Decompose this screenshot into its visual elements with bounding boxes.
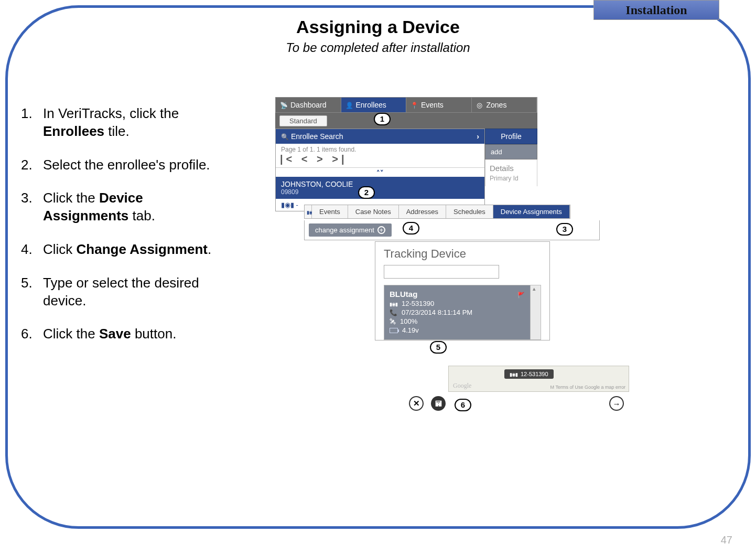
details-panel: Details Primary Id <box>485 159 537 186</box>
enrollee-search-panel: Enrollee Search › Page 1 of 1. 1 items f… <box>275 129 485 211</box>
next-button[interactable]: → <box>609 396 624 411</box>
tab-case-notes[interactable]: Case Notes <box>348 205 399 218</box>
satellite-icon <box>280 101 287 109</box>
enrollee-id: 09809 <box>281 188 479 196</box>
tracking-device-popup: Tracking Device BLUtag 12-531390 07/23/2… <box>375 241 550 340</box>
step-4: 4. Click Change Assignment. <box>21 241 231 259</box>
nav-dashboard-label: Dashboard <box>290 101 327 109</box>
nav-zones-label: Zones <box>487 101 507 109</box>
save-button[interactable]: 🖬 <box>431 396 446 411</box>
tab-schedules[interactable]: Schedules <box>446 205 493 218</box>
map-terms: M Terms of Use Google a map error <box>550 385 625 390</box>
target-icon <box>476 101 483 109</box>
screenshot-composite: 1 2 3 4 5 6 Dashboard Enrollees Events Z… <box>275 97 632 428</box>
main-nav: Dashboard Enrollees Events Zones <box>275 97 537 113</box>
standard-button[interactable]: Standard <box>279 115 327 126</box>
tab-device-assignments[interactable]: Device Assignments <box>493 205 570 218</box>
battery-icon <box>390 328 398 333</box>
sub-nav: Standard <box>275 113 537 129</box>
gps-icon <box>510 371 517 377</box>
device-battery: 100% <box>400 317 417 325</box>
action-bar: ✕ 🖬 → <box>409 396 624 411</box>
callout-6: 6 <box>455 399 471 411</box>
add-button[interactable]: add <box>485 144 537 159</box>
device-voltage: 4.19v <box>402 326 419 334</box>
plus-circle-icon: + <box>377 226 385 234</box>
enrollee-row[interactable]: JOHNSTON, COOLIE 09809 <box>276 177 484 199</box>
device-last-call: 07/23/2014 8:11:14 PM <box>402 308 472 316</box>
profile-tabs: Events Case Notes Addresses Schedules De… <box>304 205 570 219</box>
change-assignment-button[interactable]: change assignment + <box>309 223 392 237</box>
primary-id-label: Primary Id <box>490 175 533 182</box>
map-preview: 12-531390 Google M Terms of Use Google a… <box>448 366 629 392</box>
tab-events[interactable]: Events <box>312 205 348 218</box>
enrollee-search-header[interactable]: Enrollee Search › <box>276 129 484 144</box>
callout-5: 5 <box>430 341 447 354</box>
chevron-right-icon: › <box>477 132 479 141</box>
nav-enrollees[interactable]: Enrollees <box>341 98 407 112</box>
pin-icon <box>411 101 418 109</box>
step-6: 6. Click the Save button. <box>21 325 231 343</box>
step-2: 2. Select the enrollee's profile. <box>21 156 231 174</box>
callout-4: 4 <box>403 222 419 235</box>
person-icon <box>345 101 353 109</box>
page-number: 47 <box>721 534 732 546</box>
tab-addresses[interactable]: Addresses <box>399 205 446 218</box>
map-device-pill[interactable]: 12-531390 <box>504 369 554 379</box>
device-name: BLUtag <box>390 290 417 299</box>
callout-3: 3 <box>556 223 573 236</box>
step-1: 1. In VeriTracks, click the Enrollees ti… <box>21 105 231 141</box>
details-heading: Details <box>490 164 533 173</box>
nav-dashboard[interactable]: Dashboard <box>276 98 341 112</box>
cancel-button[interactable]: ✕ <box>409 396 424 411</box>
search-icon <box>281 132 289 141</box>
tracking-device-input[interactable] <box>384 265 499 279</box>
device-card-body: BLUtag 12-531390 07/23/2014 8:11:14 PM 1… <box>384 285 530 339</box>
change-assignment-bar: change assignment + <box>304 220 600 240</box>
nav-events-label: Events <box>421 101 444 109</box>
instruction-steps: 1. In VeriTracks, click the Enrollees ti… <box>21 105 231 359</box>
callout-2: 2 <box>358 186 375 199</box>
tracking-device-title: Tracking Device <box>384 247 541 261</box>
step-3: 3. Click the Device Assignments tab. <box>21 189 231 225</box>
profile-column: Profile add Details Primary Id <box>485 129 537 186</box>
device-list-scrollbar[interactable] <box>530 285 541 339</box>
profile-button[interactable]: Profile <box>485 129 537 144</box>
page-title: Assigning a Device <box>0 17 756 37</box>
search-page-info: Page 1 of 1. 1 items found. <box>276 144 484 153</box>
page-subtitle: To be completed after installation <box>0 40 756 55</box>
sort-toggle[interactable]: ˄˅ <box>276 167 484 177</box>
nav-events[interactable]: Events <box>406 98 472 112</box>
gps-icon <box>390 300 397 307</box>
device-card[interactable]: BLUtag 12-531390 07/23/2014 8:11:14 PM 1… <box>384 285 541 340</box>
nav-enrollees-label: Enrollees <box>356 101 386 109</box>
change-assignment-label: change assignment <box>315 226 374 234</box>
enrollee-search-title: Enrollee Search <box>291 132 343 141</box>
callout-1: 1 <box>374 113 391 125</box>
flag-icon <box>517 290 525 299</box>
satellite-icon <box>390 317 396 325</box>
map-credit: Google <box>453 382 471 390</box>
slide-heading: Assigning a Device To be completed after… <box>0 17 756 55</box>
enrollee-name: JOHNSTON, COOLIE <box>281 180 479 188</box>
search-pager-controls[interactable]: |< < > >| <box>276 153 484 167</box>
phone-icon <box>390 308 397 316</box>
step-5: 5. Type or select the desired device. <box>21 274 231 310</box>
device-id: 12-531390 <box>402 300 434 307</box>
nav-zones[interactable]: Zones <box>472 98 537 112</box>
map-device-id: 12-531390 <box>521 371 548 377</box>
tab-zone-mini[interactable] <box>305 205 312 218</box>
